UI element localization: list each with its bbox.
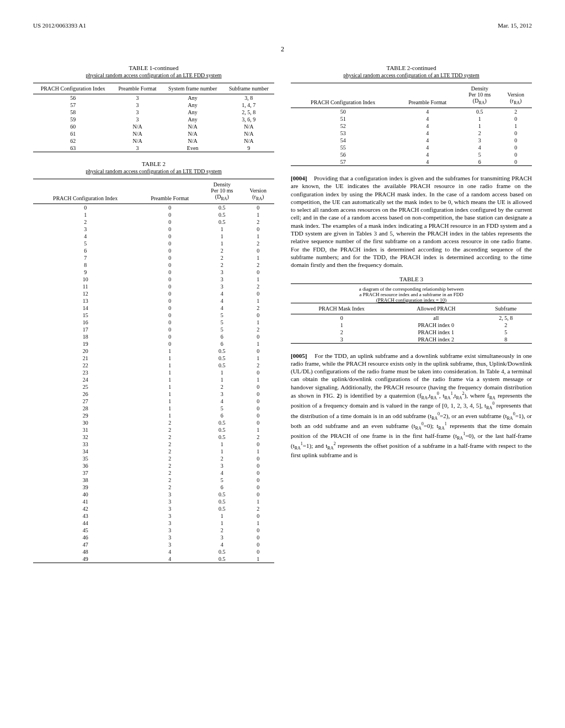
table-row: 47340 [33,541,274,548]
table-row: 10031 [33,276,274,283]
col-header: Preamble Format [113,83,162,94]
table-cell: 1 [242,520,274,527]
table-cell: 48 [33,548,137,555]
table-cell: 0 [242,527,274,534]
table-cell: 1 [242,448,274,455]
table-cell: 2 [242,505,274,512]
table-cell: 25 [33,383,137,390]
table-row: 15050 [33,312,274,319]
table-cell: 4 [395,130,460,137]
table-cell: Any [162,116,223,123]
table-row: 26130 [33,390,274,398]
table-row: 60N/AN/AN/A [33,123,274,130]
table-cell: 13 [33,297,137,304]
table-row: 14042 [33,304,274,312]
table-row: 7021 [33,254,274,261]
table-cell: 0.5 [202,347,242,355]
table-cell: 3 [202,390,242,398]
table-cell: 5 [202,312,242,319]
table-cell: 29 [33,412,137,419]
table-cell: 4 [33,233,137,240]
table-cell: 3 [113,144,162,152]
table-cell: 9 [33,269,137,276]
table-cell: 2 [242,326,274,333]
table-row: 4230.52 [33,505,274,512]
table-cell: 31 [33,426,137,433]
table-cell: 35 [33,455,137,462]
table-row: 2PRACH index 15 [291,329,532,336]
table-cell: 0 [242,226,274,233]
table-cell: 0 [242,405,274,412]
table-cell: 0 [137,290,202,297]
table-cell: 1 [460,115,500,122]
table-cell: 59 [33,116,113,123]
table-cell: 6 [202,484,242,491]
table-cell: 0 [137,211,202,218]
table-cell: N/A [113,137,162,144]
table-cell: PRACH index 2 [392,336,479,344]
table-row: 56450 [291,151,532,158]
table-cell: 4 [460,144,500,151]
table-cell: 37 [33,469,137,477]
table-row: 37240 [33,469,274,477]
table-row: 2110.51 [33,355,274,362]
table-cell: 3, 8 [223,94,274,102]
table-cell: 51 [291,115,395,122]
table-cell: 4 [202,469,242,477]
table-cell: 5 [202,405,242,412]
table-cell: 0 [242,369,274,376]
table-cell: 4 [395,115,460,122]
table-cell: Any [162,101,223,109]
table-cell: 0 [137,226,202,233]
table-cell: 0.5 [202,211,242,218]
table-cell: N/A [162,137,223,144]
table-cell: 1 [242,211,274,218]
table-row: 28150 [33,405,274,412]
table-cell: 0 [242,548,274,555]
table-row: 61N/AN/AN/A [33,130,274,137]
table-cell: 1 [137,383,202,390]
table-cell: 2 [202,455,242,462]
table-row: 1PRACH index 02 [291,322,532,329]
table-cell: 0 [137,312,202,319]
table-cell: N/A [223,130,274,137]
table-row: 34211 [33,448,274,455]
table-cell: 1 [137,390,202,398]
table-cell: 0.5 [202,555,242,563]
table-cell: 0.5 [202,505,242,512]
table-cell: 1 [242,276,274,283]
table-row: 11032 [33,283,274,290]
table-cell: 1 [33,211,137,218]
table-cell: 11 [33,283,137,290]
col-header: Version(rRA) [242,179,274,204]
table-cell: 1 [242,426,274,433]
col-header: Version(rRA) [500,83,532,108]
col-header: Subframe number [223,83,274,94]
table-cell: 28 [33,405,137,412]
table1-continued: PRACH Configuration Index Preamble Forma… [33,83,274,152]
table-row: 23110 [33,369,274,376]
table-cell: 3 [137,520,202,527]
table-cell: 60 [33,123,113,130]
table-row: 633Even9 [33,144,274,152]
table-cell: 61 [33,130,113,137]
table-cell: 18 [33,333,137,340]
table-cell: 3, 6, 9 [223,116,274,123]
table-row: 5012 [33,240,274,247]
table-cell: 6 [202,340,242,347]
table-row: 4130.51 [33,498,274,505]
table-cell: 0 [500,130,532,137]
table-cell: 57 [291,158,395,166]
table-cell: 2 [202,247,242,254]
table-cell: 3 [137,534,202,541]
table-cell: 2, 5, 8 [479,314,532,322]
table-cell: 20 [33,347,137,355]
table-cell: Even [162,144,223,152]
table-row: 46330 [33,534,274,541]
table-cell: 5 [479,329,532,336]
table2-cont-caption: physical random access configuration of … [291,72,532,78]
table-row: 9030 [33,269,274,276]
table-row: 18060 [33,333,274,340]
table-cell: 6 [460,158,500,166]
table-cell: 0.5 [202,419,242,426]
